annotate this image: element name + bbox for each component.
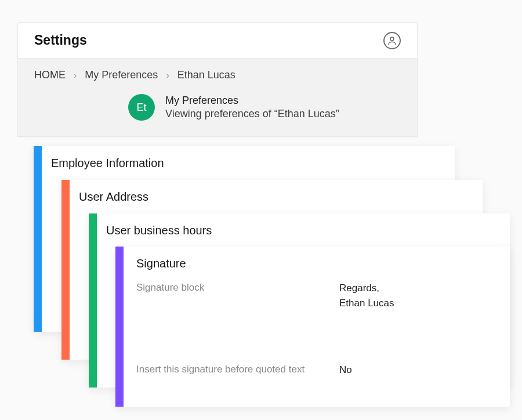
- user-icon: [387, 35, 397, 46]
- chevron-right-icon: ›: [166, 70, 169, 81]
- card-signature[interactable]: Signature Signature block Regards, Ethan…: [115, 247, 510, 407]
- card-title-employee: Employee Information: [51, 157, 443, 170]
- settings-header: Settings HOME › My Preferences › Ethan L…: [17, 22, 418, 137]
- card-title-signature: Signature: [136, 257, 498, 270]
- signature-insert-value: No: [339, 363, 352, 378]
- subheader-title: My Preferences: [165, 95, 339, 107]
- header-top: Settings: [18, 23, 417, 59]
- signature-block-label: Signature block: [136, 281, 328, 295]
- page-title: Settings: [34, 32, 87, 48]
- card-title-address: User Address: [79, 190, 471, 204]
- subheader-desc: Viewing preferences of “Ethan Lucas”: [165, 108, 339, 120]
- svg-point-0: [390, 37, 394, 41]
- breadcrumb-user[interactable]: Ethan Lucas: [177, 69, 235, 81]
- card-accent-bar: [34, 146, 42, 332]
- signature-insert-label: Insert this signature before quoted text: [136, 363, 328, 377]
- card-title-hours: User business hours: [106, 224, 498, 237]
- breadcrumb-preferences[interactable]: My Preferences: [85, 69, 158, 81]
- card-accent-bar: [89, 213, 97, 388]
- signature-block-row: Signature block Regards, Ethan Lucas: [136, 281, 498, 310]
- avatar: Et: [128, 94, 155, 121]
- card-accent-bar: [61, 180, 70, 360]
- breadcrumb-home[interactable]: HOME: [34, 69, 66, 81]
- signature-block-value: Regards, Ethan Lucas: [339, 281, 394, 310]
- sub-header: Et My Preferences Viewing preferences of…: [18, 81, 417, 121]
- profile-button[interactable]: [383, 32, 401, 49]
- signature-insert-row: Insert this signature before quoted text…: [136, 363, 498, 378]
- chevron-right-icon: ›: [74, 70, 77, 81]
- breadcrumb: HOME › My Preferences › Ethan Lucas: [18, 59, 417, 81]
- card-accent-bar: [115, 247, 124, 407]
